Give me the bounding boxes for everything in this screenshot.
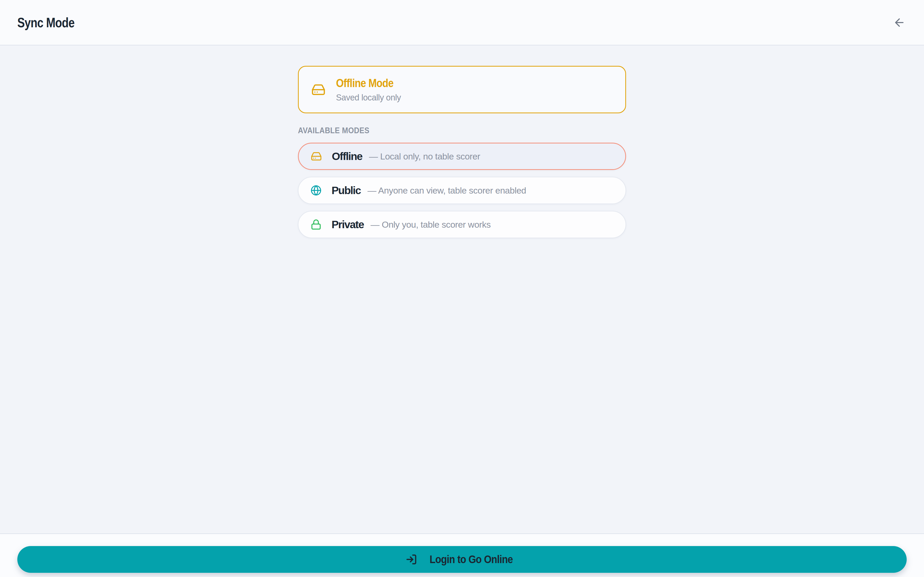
mode-description: — Only you, table scorer works (371, 219, 491, 230)
current-mode-text: Offline Mode Saved locally only (336, 77, 405, 103)
current-mode-card: Offline Mode Saved locally only (298, 66, 626, 113)
globe-icon (310, 185, 321, 196)
mode-option-private[interactable]: Private — Only you, table scorer works (298, 211, 626, 238)
mode-description: — Local only, no table scorer (369, 152, 480, 161)
mode-description: — Anyone can view, table scorer enabled (367, 185, 526, 196)
hard-drive-icon (311, 151, 322, 162)
mode-option-public[interactable]: Public — Anyone can view, table scorer e… (298, 177, 626, 204)
mode-name: Private (331, 218, 364, 231)
current-mode-subtitle: Saved locally only (336, 92, 401, 103)
footer-bar: Login to Go Online (0, 533, 924, 577)
mode-option-offline[interactable]: Offline — Local only, no table scorer (298, 143, 626, 170)
mode-name: Offline (332, 150, 362, 163)
header: Sync Mode (0, 0, 924, 45)
login-button-label: Login to Go Online (430, 553, 513, 566)
login-button[interactable]: Login to Go Online (17, 546, 907, 573)
page-title: Sync Mode (17, 15, 74, 31)
hard-drive-icon (311, 82, 325, 97)
main-content: Offline Mode Saved locally only AVAILABL… (0, 45, 924, 533)
log-in-icon (405, 554, 417, 565)
mode-name: Public (331, 184, 361, 197)
back-button[interactable] (891, 14, 908, 31)
current-mode-title: Offline Mode (336, 77, 394, 90)
lock-icon (310, 219, 321, 230)
section-label: AVAILABLE MODES (298, 126, 369, 135)
arrow-left-icon (893, 16, 906, 29)
